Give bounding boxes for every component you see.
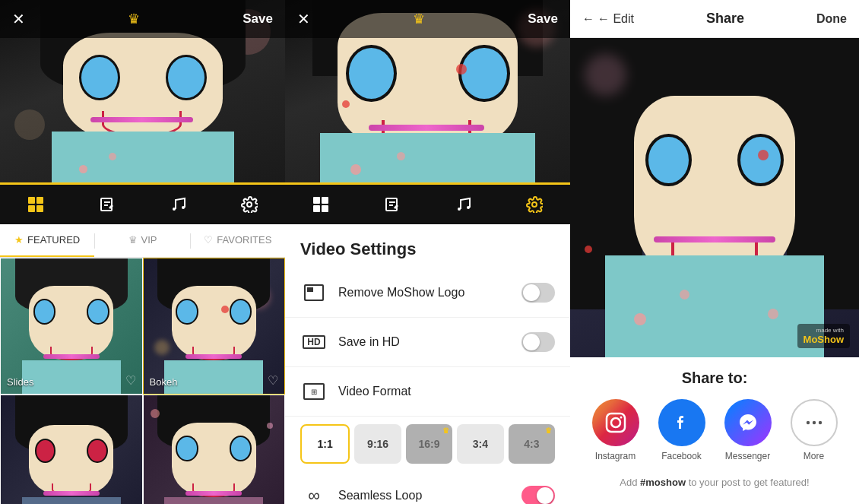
loop-icon: ∞ bbox=[300, 482, 328, 504]
svg-rect-3 bbox=[36, 205, 43, 212]
panel2-toolbar bbox=[285, 182, 570, 224]
panel1-topbar: ✕ ♛ Save bbox=[0, 0, 285, 38]
panel2-crown-icon: ♛ bbox=[413, 11, 425, 27]
theme-slides[interactable]: Slides ♡ bbox=[0, 258, 143, 395]
tab-featured[interactable]: ★ FEATURED bbox=[0, 224, 94, 257]
more-label: More bbox=[804, 451, 824, 461]
save-hd-toggle[interactable] bbox=[521, 332, 555, 352]
setting-remove-logo: Remove MoShow Logo bbox=[285, 268, 570, 318]
panel1-tabs: ★ FEATURED ♛ VIP ♡ FAVORITES bbox=[0, 224, 285, 258]
crown-vip-icon: ♛ bbox=[128, 234, 138, 246]
panel2-save-button[interactable]: Save bbox=[528, 11, 558, 27]
svg-rect-10 bbox=[313, 197, 320, 204]
toolbar-grid-button[interactable] bbox=[15, 190, 56, 219]
share-to-section: Share to: Instagram bbox=[570, 357, 859, 468]
panel2-toolbar-music[interactable] bbox=[442, 190, 483, 219]
toolbar-settings-button[interactable] bbox=[229, 190, 270, 219]
facebook-label: Facebook bbox=[661, 451, 702, 461]
tab-favorites[interactable]: ♡ FAVORITES bbox=[191, 224, 285, 257]
toolbar-music-button[interactable] bbox=[157, 190, 198, 219]
video-settings-title: Video Settings bbox=[285, 224, 570, 268]
tab-featured-label: FEATURED bbox=[27, 234, 80, 246]
svg-point-19 bbox=[532, 202, 537, 207]
format-options-row: 1:1 9:16 16:9 ♛ 3:4 4:3 ♛ bbox=[285, 417, 570, 471]
instagram-label: Instagram bbox=[595, 451, 636, 461]
format-4-3[interactable]: 4:3 ♛ bbox=[509, 424, 555, 464]
share-icons-row: Instagram Facebook Messenger bbox=[585, 399, 844, 461]
svg-point-24 bbox=[611, 418, 620, 427]
panel1-save-button[interactable]: Save bbox=[242, 11, 273, 27]
svg-point-18 bbox=[467, 206, 470, 209]
watermark-made-with: made with bbox=[816, 327, 844, 334]
theme-bokeh-label: Bokeh bbox=[150, 376, 178, 388]
share-messenger[interactable]: Messenger bbox=[724, 399, 772, 461]
instagram-icon bbox=[592, 399, 639, 446]
panel2-topbar: ✕ ♛ Save bbox=[285, 0, 570, 38]
tab-favorites-label: FAVORITES bbox=[217, 234, 271, 246]
theme-buzz[interactable]: Buzz ♡ bbox=[0, 395, 143, 504]
panel2-toolbar-grid[interactable] bbox=[300, 190, 341, 219]
format-16-9-crown-icon: ♛ bbox=[442, 426, 449, 435]
svg-rect-23 bbox=[607, 414, 625, 432]
seamless-loop-label: Seamless Loop bbox=[338, 489, 511, 502]
more-icon bbox=[791, 399, 838, 446]
format-9-16[interactable]: 9:16 bbox=[354, 424, 401, 464]
moshow-watermark: made with MoShow bbox=[797, 324, 850, 348]
svg-rect-12 bbox=[313, 205, 320, 212]
panel-share: ← ← Edit Share Done bbox=[570, 0, 859, 504]
toolbar-edit-button[interactable] bbox=[87, 190, 128, 219]
svg-point-8 bbox=[182, 206, 185, 209]
logo-icon bbox=[300, 279, 328, 306]
panel1-close-button[interactable]: ✕ bbox=[12, 10, 25, 28]
theme-bokeh-favorite[interactable]: ♡ bbox=[268, 373, 278, 388]
tab-vip[interactable]: ♛ VIP bbox=[95, 224, 189, 257]
format-1-1[interactable]: 1:1 bbox=[300, 424, 350, 464]
share-preview-image: made with MoShow bbox=[570, 38, 859, 357]
heart-fav-icon: ♡ bbox=[204, 234, 213, 246]
edit-button[interactable]: ← ← Edit bbox=[582, 12, 634, 26]
facebook-icon bbox=[658, 399, 705, 446]
panel2-preview: ✕ ♛ Save bbox=[285, 0, 570, 182]
format-4-3-crown-icon: ♛ bbox=[545, 426, 552, 435]
svg-rect-0 bbox=[28, 197, 35, 204]
star-icon: ★ bbox=[14, 234, 24, 246]
panel3-topbar: ← ← Edit Share Done bbox=[570, 0, 859, 38]
hd-icon: HD bbox=[300, 328, 328, 356]
hashtag-tag: #moshow bbox=[640, 477, 686, 488]
share-facebook[interactable]: Facebook bbox=[658, 399, 705, 461]
format-16-9[interactable]: 16:9 ♛ bbox=[406, 424, 452, 464]
done-button[interactable]: Done bbox=[816, 12, 847, 26]
settings-list: Video Settings Remove MoShow Logo HD Sav… bbox=[285, 224, 570, 504]
panel2-close-button[interactable]: ✕ bbox=[297, 10, 310, 28]
share-instagram[interactable]: Instagram bbox=[592, 399, 639, 461]
theme-bokeh[interactable]: Bokeh ♡ bbox=[143, 258, 286, 395]
svg-rect-1 bbox=[36, 197, 43, 204]
video-format-label: Video Format bbox=[338, 385, 555, 398]
setting-seamless-loop: ∞ Seamless Loop bbox=[285, 471, 570, 504]
back-arrow-icon: ← bbox=[582, 12, 594, 26]
messenger-label: Messenger bbox=[725, 451, 770, 461]
format-3-4[interactable]: 3:4 bbox=[457, 424, 503, 464]
svg-rect-11 bbox=[322, 197, 328, 204]
remove-logo-label: Remove MoShow Logo bbox=[338, 286, 511, 300]
setting-save-hd: HD Save in HD bbox=[285, 318, 570, 367]
tab-vip-label: VIP bbox=[141, 234, 157, 246]
theme-slides-favorite[interactable]: ♡ bbox=[125, 373, 136, 388]
seamless-loop-toggle[interactable] bbox=[521, 486, 555, 504]
panel-video-settings: ✕ ♛ Save bbox=[285, 0, 570, 504]
svg-point-26 bbox=[806, 421, 809, 424]
panel1-toolbar bbox=[0, 182, 285, 224]
panel2-toolbar-settings[interactable] bbox=[514, 190, 555, 219]
svg-point-27 bbox=[812, 421, 815, 424]
svg-point-25 bbox=[620, 417, 622, 419]
remove-logo-toggle[interactable] bbox=[521, 283, 555, 303]
panel2-toolbar-edit[interactable] bbox=[372, 190, 413, 219]
svg-point-17 bbox=[458, 208, 461, 211]
svg-rect-2 bbox=[28, 205, 35, 212]
hashtag-suffix: to your post to get featured! bbox=[686, 477, 810, 488]
watermark-brand: MoShow bbox=[804, 334, 844, 345]
theme-blossom[interactable]: Blossom ♡ bbox=[143, 395, 286, 504]
panel-themes: ✕ ♛ Save bbox=[0, 0, 285, 504]
share-more[interactable]: More bbox=[791, 399, 838, 461]
svg-rect-13 bbox=[322, 205, 328, 212]
